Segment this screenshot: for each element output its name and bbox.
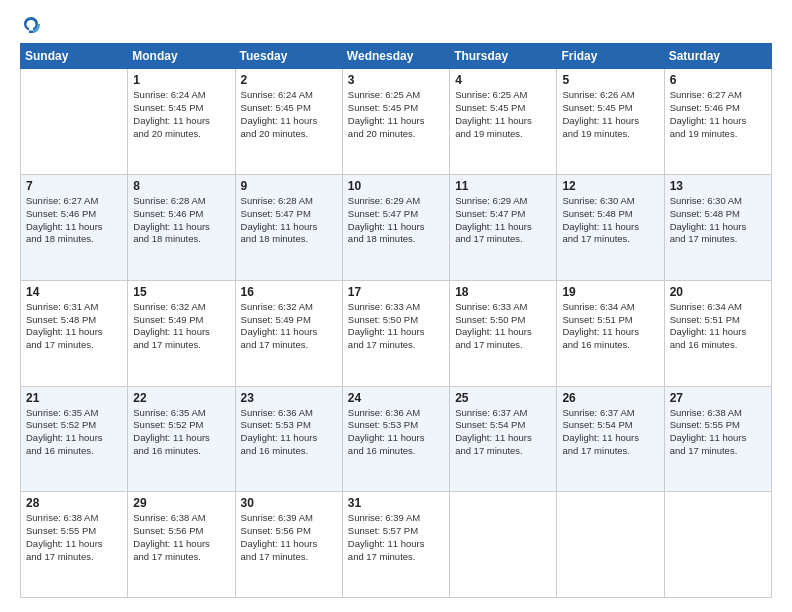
calendar-header-sunday: Sunday <box>21 44 128 69</box>
cell-info: Sunrise: 6:28 AM Sunset: 5:46 PM Dayligh… <box>133 195 229 246</box>
day-number: 15 <box>133 285 229 299</box>
calendar-cell: 14Sunrise: 6:31 AM Sunset: 5:48 PM Dayli… <box>21 280 128 386</box>
calendar-week-5: 28Sunrise: 6:38 AM Sunset: 5:55 PM Dayli… <box>21 492 772 598</box>
calendar-cell: 16Sunrise: 6:32 AM Sunset: 5:49 PM Dayli… <box>235 280 342 386</box>
cell-info: Sunrise: 6:34 AM Sunset: 5:51 PM Dayligh… <box>562 301 658 352</box>
cell-info: Sunrise: 6:38 AM Sunset: 5:55 PM Dayligh… <box>670 407 766 458</box>
calendar-header-saturday: Saturday <box>664 44 771 69</box>
calendar-cell: 26Sunrise: 6:37 AM Sunset: 5:54 PM Dayli… <box>557 386 664 492</box>
calendar-cell: 22Sunrise: 6:35 AM Sunset: 5:52 PM Dayli… <box>128 386 235 492</box>
day-number: 4 <box>455 73 551 87</box>
day-number: 31 <box>348 496 444 510</box>
day-number: 19 <box>562 285 658 299</box>
calendar-cell: 12Sunrise: 6:30 AM Sunset: 5:48 PM Dayli… <box>557 175 664 281</box>
day-number: 2 <box>241 73 337 87</box>
cell-info: Sunrise: 6:30 AM Sunset: 5:48 PM Dayligh… <box>670 195 766 246</box>
calendar-cell <box>557 492 664 598</box>
calendar-header-row: SundayMondayTuesdayWednesdayThursdayFrid… <box>21 44 772 69</box>
cell-info: Sunrise: 6:30 AM Sunset: 5:48 PM Dayligh… <box>562 195 658 246</box>
cell-info: Sunrise: 6:35 AM Sunset: 5:52 PM Dayligh… <box>133 407 229 458</box>
cell-info: Sunrise: 6:28 AM Sunset: 5:47 PM Dayligh… <box>241 195 337 246</box>
day-number: 17 <box>348 285 444 299</box>
cell-info: Sunrise: 6:32 AM Sunset: 5:49 PM Dayligh… <box>133 301 229 352</box>
day-number: 29 <box>133 496 229 510</box>
day-number: 13 <box>670 179 766 193</box>
cell-info: Sunrise: 6:35 AM Sunset: 5:52 PM Dayligh… <box>26 407 122 458</box>
calendar-cell: 15Sunrise: 6:32 AM Sunset: 5:49 PM Dayli… <box>128 280 235 386</box>
calendar-cell: 24Sunrise: 6:36 AM Sunset: 5:53 PM Dayli… <box>342 386 449 492</box>
cell-info: Sunrise: 6:31 AM Sunset: 5:48 PM Dayligh… <box>26 301 122 352</box>
day-number: 9 <box>241 179 337 193</box>
calendar-cell: 8Sunrise: 6:28 AM Sunset: 5:46 PM Daylig… <box>128 175 235 281</box>
calendar-cell: 10Sunrise: 6:29 AM Sunset: 5:47 PM Dayli… <box>342 175 449 281</box>
calendar-cell: 6Sunrise: 6:27 AM Sunset: 5:46 PM Daylig… <box>664 69 771 175</box>
cell-info: Sunrise: 6:37 AM Sunset: 5:54 PM Dayligh… <box>562 407 658 458</box>
day-number: 24 <box>348 391 444 405</box>
cell-info: Sunrise: 6:39 AM Sunset: 5:56 PM Dayligh… <box>241 512 337 563</box>
cell-info: Sunrise: 6:36 AM Sunset: 5:53 PM Dayligh… <box>348 407 444 458</box>
calendar-cell: 13Sunrise: 6:30 AM Sunset: 5:48 PM Dayli… <box>664 175 771 281</box>
calendar-cell: 30Sunrise: 6:39 AM Sunset: 5:56 PM Dayli… <box>235 492 342 598</box>
calendar-week-1: 1Sunrise: 6:24 AM Sunset: 5:45 PM Daylig… <box>21 69 772 175</box>
calendar-cell: 27Sunrise: 6:38 AM Sunset: 5:55 PM Dayli… <box>664 386 771 492</box>
calendar-header-tuesday: Tuesday <box>235 44 342 69</box>
cell-info: Sunrise: 6:34 AM Sunset: 5:51 PM Dayligh… <box>670 301 766 352</box>
logo <box>20 18 40 35</box>
day-number: 12 <box>562 179 658 193</box>
cell-info: Sunrise: 6:38 AM Sunset: 5:56 PM Dayligh… <box>133 512 229 563</box>
calendar-header-thursday: Thursday <box>450 44 557 69</box>
calendar-table: SundayMondayTuesdayWednesdayThursdayFrid… <box>20 43 772 598</box>
cell-info: Sunrise: 6:24 AM Sunset: 5:45 PM Dayligh… <box>241 89 337 140</box>
cell-info: Sunrise: 6:25 AM Sunset: 5:45 PM Dayligh… <box>455 89 551 140</box>
calendar-header-friday: Friday <box>557 44 664 69</box>
cell-info: Sunrise: 6:32 AM Sunset: 5:49 PM Dayligh… <box>241 301 337 352</box>
header <box>20 18 772 35</box>
cell-info: Sunrise: 6:36 AM Sunset: 5:53 PM Dayligh… <box>241 407 337 458</box>
cell-info: Sunrise: 6:27 AM Sunset: 5:46 PM Dayligh… <box>670 89 766 140</box>
calendar-cell: 11Sunrise: 6:29 AM Sunset: 5:47 PM Dayli… <box>450 175 557 281</box>
cell-info: Sunrise: 6:29 AM Sunset: 5:47 PM Dayligh… <box>455 195 551 246</box>
day-number: 23 <box>241 391 337 405</box>
calendar-cell: 2Sunrise: 6:24 AM Sunset: 5:45 PM Daylig… <box>235 69 342 175</box>
day-number: 6 <box>670 73 766 87</box>
calendar-cell: 1Sunrise: 6:24 AM Sunset: 5:45 PM Daylig… <box>128 69 235 175</box>
day-number: 10 <box>348 179 444 193</box>
calendar-cell: 5Sunrise: 6:26 AM Sunset: 5:45 PM Daylig… <box>557 69 664 175</box>
cell-info: Sunrise: 6:33 AM Sunset: 5:50 PM Dayligh… <box>348 301 444 352</box>
calendar-cell: 3Sunrise: 6:25 AM Sunset: 5:45 PM Daylig… <box>342 69 449 175</box>
calendar-cell: 19Sunrise: 6:34 AM Sunset: 5:51 PM Dayli… <box>557 280 664 386</box>
cell-info: Sunrise: 6:37 AM Sunset: 5:54 PM Dayligh… <box>455 407 551 458</box>
calendar-cell <box>664 492 771 598</box>
calendar-cell: 21Sunrise: 6:35 AM Sunset: 5:52 PM Dayli… <box>21 386 128 492</box>
cell-info: Sunrise: 6:25 AM Sunset: 5:45 PM Dayligh… <box>348 89 444 140</box>
calendar-cell: 29Sunrise: 6:38 AM Sunset: 5:56 PM Dayli… <box>128 492 235 598</box>
calendar-week-4: 21Sunrise: 6:35 AM Sunset: 5:52 PM Dayli… <box>21 386 772 492</box>
day-number: 11 <box>455 179 551 193</box>
logo-icon <box>22 16 40 34</box>
calendar-cell: 4Sunrise: 6:25 AM Sunset: 5:45 PM Daylig… <box>450 69 557 175</box>
cell-info: Sunrise: 6:26 AM Sunset: 5:45 PM Dayligh… <box>562 89 658 140</box>
calendar-cell <box>450 492 557 598</box>
cell-info: Sunrise: 6:24 AM Sunset: 5:45 PM Dayligh… <box>133 89 229 140</box>
day-number: 22 <box>133 391 229 405</box>
calendar-header-wednesday: Wednesday <box>342 44 449 69</box>
day-number: 16 <box>241 285 337 299</box>
day-number: 27 <box>670 391 766 405</box>
cell-info: Sunrise: 6:33 AM Sunset: 5:50 PM Dayligh… <box>455 301 551 352</box>
calendar-cell <box>21 69 128 175</box>
day-number: 18 <box>455 285 551 299</box>
calendar-cell: 23Sunrise: 6:36 AM Sunset: 5:53 PM Dayli… <box>235 386 342 492</box>
day-number: 1 <box>133 73 229 87</box>
calendar-cell: 28Sunrise: 6:38 AM Sunset: 5:55 PM Dayli… <box>21 492 128 598</box>
page: SundayMondayTuesdayWednesdayThursdayFrid… <box>0 0 792 612</box>
day-number: 28 <box>26 496 122 510</box>
day-number: 25 <box>455 391 551 405</box>
calendar-week-3: 14Sunrise: 6:31 AM Sunset: 5:48 PM Dayli… <box>21 280 772 386</box>
calendar-cell: 7Sunrise: 6:27 AM Sunset: 5:46 PM Daylig… <box>21 175 128 281</box>
day-number: 7 <box>26 179 122 193</box>
day-number: 21 <box>26 391 122 405</box>
day-number: 8 <box>133 179 229 193</box>
day-number: 3 <box>348 73 444 87</box>
calendar-cell: 17Sunrise: 6:33 AM Sunset: 5:50 PM Dayli… <box>342 280 449 386</box>
cell-info: Sunrise: 6:27 AM Sunset: 5:46 PM Dayligh… <box>26 195 122 246</box>
